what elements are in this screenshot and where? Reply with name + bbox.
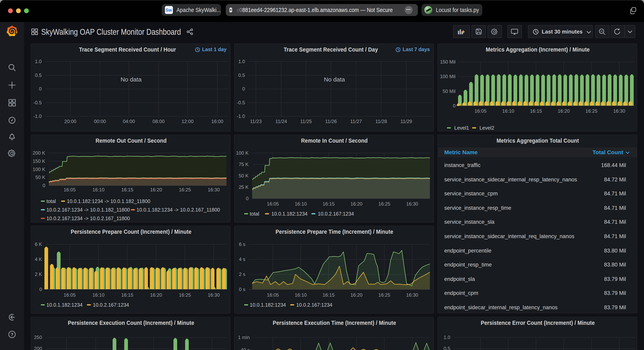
- svg-text:16:20: 16:20: [150, 187, 162, 192]
- svg-text:-1.0: -1.0: [34, 114, 42, 119]
- svg-text:16:20: 16:20: [150, 292, 162, 298]
- svg-text:50 Mil: 50 Mil: [443, 89, 456, 94]
- svg-text:total: total: [250, 211, 259, 216]
- svg-text:11/24: 11/24: [275, 119, 287, 124]
- svg-text:200: 200: [34, 346, 42, 350]
- svg-text:100 K: 100 K: [32, 167, 45, 172]
- svg-text:0 s: 0 s: [239, 287, 245, 292]
- svg-text:100 Mil: 100 Mil: [440, 74, 456, 79]
- svg-text:16:15: 16:15: [322, 292, 334, 298]
- svg-text:50 K: 50 K: [239, 173, 248, 178]
- svg-text:16:15: 16:15: [121, 187, 133, 192]
- svg-text:16:30: 16:30: [406, 292, 418, 298]
- svg-text:16:25: 16:25: [378, 292, 390, 298]
- svg-text:20:00: 20:00: [64, 119, 76, 124]
- svg-text:16:10: 16:10: [295, 201, 307, 206]
- svg-text:0: 0: [246, 196, 248, 201]
- svg-text:6 s: 6 s: [239, 241, 245, 247]
- svg-text:11/29: 11/29: [400, 119, 412, 124]
- svg-text:-0.5: -0.5: [34, 100, 42, 105]
- svg-text:10.0.1.182:1234 -> 10.0.1.182_: 10.0.1.182:1234 -> 10.0.1.182_11800: [67, 198, 150, 204]
- svg-text:10.0.1.182:1234: 10.0.1.182:1234: [250, 302, 286, 308]
- svg-text:150 K: 150 K: [32, 159, 45, 164]
- svg-text:250: 250: [34, 335, 42, 340]
- svg-text:1.0: 1.0: [444, 335, 450, 340]
- svg-text:16:10: 16:10: [502, 108, 514, 114]
- svg-text:11/25: 11/25: [300, 119, 312, 124]
- svg-text:Level1: Level1: [454, 125, 469, 131]
- svg-text:0: 0: [39, 86, 42, 92]
- svg-text:2 K: 2 K: [35, 272, 42, 277]
- svg-text:10.0.2.167:1234: 10.0.2.167:1234: [318, 211, 354, 216]
- svg-text:00:00: 00:00: [94, 119, 106, 124]
- svg-text:16:30: 16:30: [613, 108, 625, 114]
- svg-text:16:20: 16:20: [350, 292, 362, 298]
- svg-text:100 K: 100 K: [236, 150, 248, 156]
- svg-text:16:05: 16:05: [64, 187, 76, 192]
- svg-text:No data: No data: [324, 76, 345, 83]
- svg-text:4 s: 4 s: [239, 256, 245, 262]
- svg-text:total: total: [46, 198, 56, 204]
- svg-text:16:30: 16:30: [208, 187, 220, 192]
- svg-text:0.5: 0.5: [444, 346, 450, 350]
- svg-text:11/28: 11/28: [375, 119, 387, 124]
- svg-text:08:00: 08:00: [152, 119, 164, 124]
- svg-text:0: 0: [43, 183, 45, 188]
- svg-text:16:05: 16:05: [267, 292, 279, 298]
- svg-text:11/23: 11/23: [250, 119, 262, 124]
- svg-text:10.0.1.182:1234: 10.0.1.182:1234: [271, 211, 308, 216]
- svg-text:75 K: 75 K: [239, 162, 248, 167]
- svg-text:16:25: 16:25: [378, 201, 390, 206]
- svg-text:16:05: 16:05: [64, 292, 76, 298]
- svg-text:16:10: 16:10: [92, 292, 104, 298]
- svg-text:16:20: 16:20: [558, 108, 570, 114]
- svg-text:0.5: 0.5: [238, 72, 245, 78]
- svg-text:25 K: 25 K: [239, 184, 248, 190]
- svg-text:4 K: 4 K: [35, 256, 42, 262]
- svg-text:10.0.2.167:1234 -> 10.0.1.182_: 10.0.2.167:1234 -> 10.0.1.182_11800: [46, 207, 130, 212]
- svg-text:200 K: 200 K: [32, 150, 45, 156]
- svg-text:-1.0: -1.0: [237, 114, 245, 119]
- svg-text:10.0.2.167:1234: 10.0.2.167:1234: [93, 302, 129, 308]
- svg-text:0.5: 0.5: [35, 72, 42, 78]
- svg-text:0: 0: [242, 86, 245, 92]
- svg-text:50 K: 50 K: [36, 175, 45, 180]
- svg-text:1.0: 1.0: [35, 59, 42, 64]
- svg-text:12:00: 12:00: [182, 119, 194, 124]
- svg-text:Level2: Level2: [480, 125, 494, 131]
- svg-text:10.0.2.167:1234 -> 10.0.2.167_: 10.0.2.167:1234 -> 10.0.2.167_11800: [46, 215, 130, 221]
- svg-text:16:30: 16:30: [406, 201, 418, 206]
- svg-text:16:25: 16:25: [179, 187, 191, 192]
- svg-text:16:15: 16:15: [530, 108, 542, 114]
- svg-text:40 s: 40 s: [241, 347, 250, 350]
- svg-text:16:20: 16:20: [350, 201, 362, 206]
- svg-text:10.0.1.182:1234 -> 10.0.2.167_: 10.0.1.182:1234 -> 10.0.2.167_11800: [136, 207, 220, 212]
- svg-text:04:00: 04:00: [123, 119, 135, 124]
- svg-text:6 K: 6 K: [35, 241, 42, 247]
- svg-text:?: ?: [10, 332, 13, 337]
- svg-text:2 s: 2 s: [239, 272, 245, 277]
- svg-text:16:30: 16:30: [208, 292, 220, 298]
- svg-text:16:00: 16:00: [211, 119, 223, 124]
- svg-text:-0.5: -0.5: [237, 100, 245, 105]
- svg-text:16:15: 16:15: [322, 201, 334, 206]
- svg-text:16:10: 16:10: [295, 292, 307, 298]
- svg-text:No data: No data: [120, 76, 142, 83]
- svg-text:10.0.2.167:1234: 10.0.2.167:1234: [296, 302, 332, 308]
- svg-text:1.0: 1.0: [238, 59, 245, 64]
- svg-text:11/27: 11/27: [350, 119, 362, 124]
- svg-text:10.0.1.182:1234: 10.0.1.182:1234: [46, 302, 83, 308]
- svg-text:16:05: 16:05: [474, 108, 486, 114]
- svg-text:16:15: 16:15: [121, 292, 133, 298]
- svg-text:150 Mil: 150 Mil: [440, 59, 456, 64]
- svg-text:0: 0: [40, 287, 42, 292]
- svg-text:16:05: 16:05: [267, 201, 279, 206]
- svg-text:11/26: 11/26: [325, 119, 337, 124]
- svg-text:0: 0: [453, 103, 456, 109]
- svg-text:16:10: 16:10: [92, 187, 104, 192]
- svg-text:16:25: 16:25: [179, 292, 191, 298]
- svg-text:16:25: 16:25: [585, 108, 597, 114]
- svg-text:1 min: 1 min: [238, 335, 250, 340]
